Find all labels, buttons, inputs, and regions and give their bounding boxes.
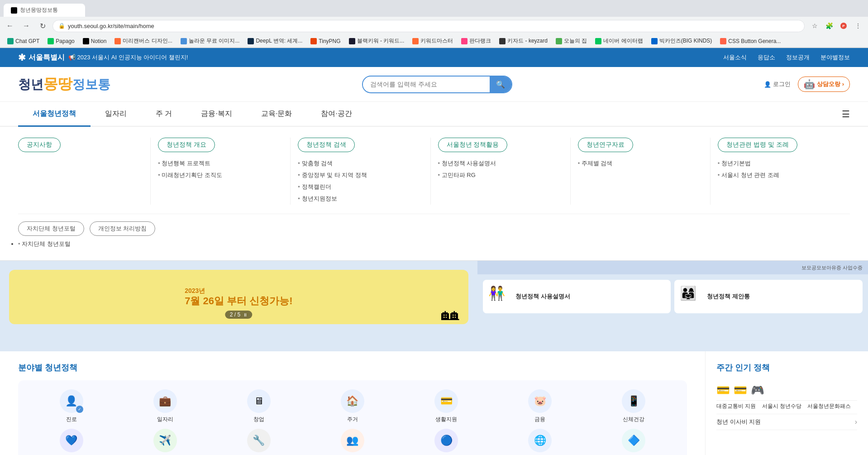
policy-icon-r2-2[interactable]: ✈️	[121, 429, 209, 452]
jinro-badge: ✓	[76, 406, 83, 413]
popular-allowance-label[interactable]: 서울시 청년수당	[762, 403, 801, 409]
policy-icons-grid-row2: 💙 ✈️ 🔧 👥	[18, 429, 687, 455]
policy-icon-livelihood[interactable]: 💳 생활지원	[402, 389, 491, 423]
bookmark-kwcard[interactable]: 키워드마스터	[409, 36, 457, 46]
city-logo[interactable]: ✱ 서울특별시	[18, 52, 65, 63]
deepl-label: DeepL 변역: 세계...	[256, 37, 302, 45]
side-card-proposal[interactable]: 👨‍👩‍👧 청년정책 제안통	[674, 280, 863, 313]
search-input[interactable]	[363, 77, 490, 91]
nav-item-jobs[interactable]: 일자리	[91, 102, 141, 126]
hamburger-menu[interactable]: ☰	[842, 109, 850, 120]
popular-item-moving[interactable]: 청년 이사비 지원 ›	[716, 414, 857, 430]
bookmark-tiny[interactable]: TinyPNG	[307, 37, 344, 46]
policy-icon-startup[interactable]: 🖥 창업	[215, 389, 303, 423]
mega-item-custom-search[interactable]: 맞춤형 검색	[298, 158, 423, 169]
policy-icon-jobs[interactable]: 💼 일자리	[121, 389, 209, 423]
site-logo[interactable]: 청년몽땅정보통	[18, 74, 110, 94]
policy-icon-jinro[interactable]: 👤 ✓ 진로	[27, 389, 115, 423]
search-button[interactable]: 🔍	[490, 77, 511, 92]
policy-icon-r2-3[interactable]: 🔧	[215, 429, 303, 452]
nav-item-housing[interactable]: 주 거	[141, 102, 186, 126]
startup-label: 창업	[253, 416, 264, 423]
policy-icon-r2-1[interactable]: 💙	[27, 429, 115, 452]
announcement-text: 📢 2023 서울시 AI 인공지능 아이디어 챌린지!	[68, 53, 188, 62]
tiny-label: TinyPNG	[319, 38, 340, 44]
active-tab[interactable]: 청년몽땅정보통	[4, 4, 85, 17]
bookmark-blk[interactable]: 블랙키워 - 키워드...	[345, 36, 408, 46]
city-link-response[interactable]: 응답소	[758, 53, 775, 62]
bookmark-panda[interactable]: 판다랭크	[458, 36, 495, 46]
policy-icon-r2-4[interactable]: 👥	[308, 429, 396, 452]
bookmark-ssul[interactable]: 놀라운 무료 이미지...	[177, 36, 243, 46]
bookmark-kizard[interactable]: 키자드 - keyzard	[496, 36, 551, 46]
bookmark-bigkinds[interactable]: 빅카인즈(BIG KINDS)	[648, 36, 716, 46]
housing-label: 주거	[347, 416, 358, 423]
mega-pill-research[interactable]: 청년연구자료	[578, 138, 633, 152]
policy-icon-r2-5[interactable]: 🔵	[402, 429, 491, 452]
bookmark-chatgpt[interactable]: Chat GPT	[4, 37, 43, 46]
banner-pause-button[interactable]: ⏸	[243, 312, 248, 317]
policy-icon-finance[interactable]: 🐷 금융	[496, 389, 584, 423]
bookmark-onul[interactable]: 오늘의 집	[552, 36, 591, 46]
back-button[interactable]: ←	[4, 19, 16, 32]
mega-item-future[interactable]: 미래청년기획단 조직도	[158, 169, 283, 181]
nav-item-culture[interactable]: 교육·문화	[247, 102, 306, 126]
side-card-manual[interactable]: 👫 청년정책 사용설명서	[483, 280, 671, 313]
popular-transport-label[interactable]: 대중교통비 지원	[716, 403, 756, 409]
mega-pill-law[interactable]: 청년관련 법령 및 조례	[718, 138, 797, 152]
bookmark-notion[interactable]: Notion	[79, 37, 110, 46]
jobs-label: 일자리	[157, 416, 173, 423]
nav-item-youth-policy[interactable]: 서울청년정책	[18, 102, 91, 126]
side-card-proposal-text: 청년정책 제안통	[707, 292, 750, 301]
policy-icon-r2-6[interactable]: 🌐	[496, 429, 584, 452]
bookmark-naver[interactable]: 네이버 에이터랩	[591, 36, 646, 46]
menu-button[interactable]: ⋮	[852, 19, 864, 32]
login-button[interactable]: 👤 로그인	[764, 80, 791, 88]
reload-button[interactable]: ↻	[36, 19, 49, 32]
r2-3-circle: 🔧	[247, 429, 271, 452]
papago-label: Papago	[56, 38, 74, 44]
nav-item-participation[interactable]: 참여·공간	[306, 102, 366, 126]
mega-item-youth-law[interactable]: 청년기본법	[718, 158, 843, 169]
forward-button[interactable]: →	[20, 19, 33, 32]
mega-pill-overview[interactable]: 청년정책 개요	[158, 138, 215, 152]
counsel-button[interactable]: 🤖 상담오랑 ›	[798, 77, 850, 92]
mega-item-policy-calendar[interactable]: 정책캘린더	[298, 181, 423, 193]
bookmark-deepl[interactable]: DeepL 변역: 세계...	[244, 36, 306, 46]
policy-icon-r2-7[interactable]: 🔷	[590, 429, 678, 452]
mega-pill-notice[interactable]: 공지사항	[18, 138, 61, 152]
policy-icon-housing[interactable]: 🏠 주거	[308, 389, 396, 423]
banner-indicator: 2 / 5 ⏸	[225, 311, 252, 319]
city-link-sector[interactable]: 분야별정보	[820, 53, 850, 62]
bookmark-star-button[interactable]: ☆	[808, 19, 821, 32]
mega-col-law-header: 청년관련 법령 및 조례	[718, 138, 843, 152]
bookmark-css[interactable]: CSS Button Genera...	[716, 37, 784, 46]
bookmark-papago[interactable]: Papago	[44, 37, 78, 46]
mega-item-youth-support[interactable]: 청년지원정보	[298, 193, 423, 205]
mega-item-topic-search[interactable]: 주제별 검색	[578, 158, 703, 169]
mega-pill-portal[interactable]: 자치단체 청년포털	[18, 221, 84, 236]
mega-item-central-policy[interactable]: 중앙정부 및 타 지역 정책	[298, 169, 423, 181]
city-link-news[interactable]: 서울소식	[723, 53, 747, 62]
mega-item-seoul-ordinance[interactable]: 서울시 청년 관련 조례	[718, 169, 843, 181]
popular-icons-group: 💳 💳 🎮	[716, 384, 764, 397]
mega-pill-privacy[interactable]: 개인정보 처리방침	[90, 221, 156, 236]
popular-culture-label[interactable]: 서울청년문화패스	[807, 403, 851, 409]
mega-pill-search[interactable]: 청년정책 검색	[298, 138, 355, 152]
mega-pill-utilization[interactable]: 서울청년 정책활용	[438, 138, 508, 152]
mega-bottom-item-portal[interactable]: 자치단체 청년포털	[18, 239, 84, 249]
city-announcement[interactable]: 📢 2023 서울시 AI 인공지능 아이디어 챌린지!	[68, 53, 188, 62]
extensions-button[interactable]: 🧩	[823, 19, 835, 32]
policy-icon-health[interactable]: 📱 신체건강	[590, 389, 678, 423]
mega-item-happiness[interactable]: 청년행복 프로젝트	[158, 158, 283, 169]
profile-button[interactable]: P	[837, 19, 850, 32]
tab-title: 청년몽땅정보통	[20, 6, 58, 14]
address-bar[interactable]: 🔒 youth.seoul.go.kr/site/main/home	[52, 20, 805, 32]
city-link-info[interactable]: 정보공개	[786, 53, 810, 62]
counsel-icon: 🤖	[804, 79, 815, 90]
mega-item-rg[interactable]: 고민타파 RG	[438, 169, 563, 181]
mega-col-overview-header: 청년정책 개요	[158, 138, 283, 152]
mega-item-manual[interactable]: 청년정책 사용설명서	[438, 158, 563, 169]
bookmark-mirchi[interactable]: 미리캔버스 디자인...	[111, 36, 176, 46]
nav-item-finance[interactable]: 금융·복지	[186, 102, 246, 126]
